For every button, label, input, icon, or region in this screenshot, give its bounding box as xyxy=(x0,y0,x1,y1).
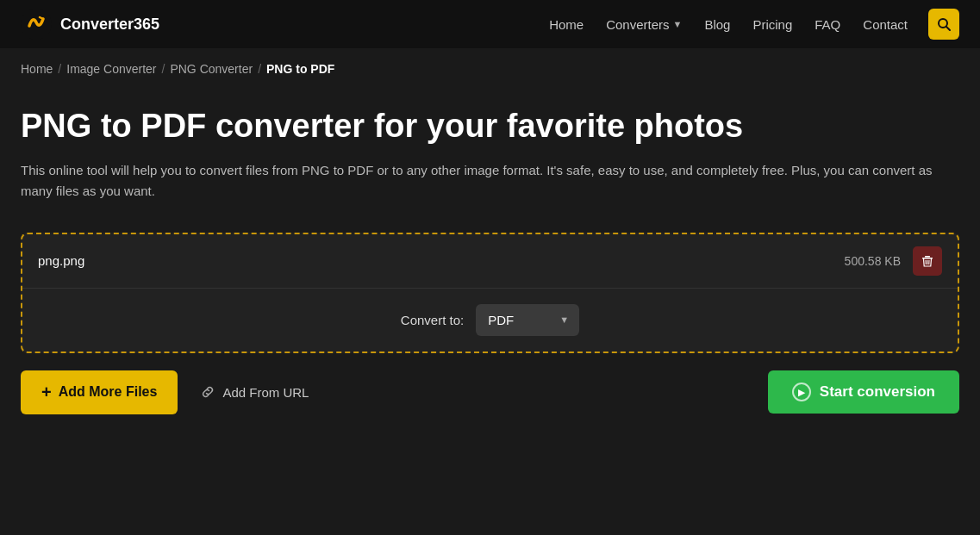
breadcrumb-sep-3: / xyxy=(258,62,261,76)
page-title: PNG to PDF converter for your favorite p… xyxy=(21,107,959,146)
breadcrumb-png-converter[interactable]: PNG Converter xyxy=(170,62,253,76)
nav-links: Home Converters ▼ Blog Pricing FAQ Conta… xyxy=(540,9,959,40)
convert-format-row: Convert to: PDF JPG JPEG PNG WEBP BMP GI… xyxy=(22,289,958,351)
breadcrumb-current: PNG to PDF xyxy=(266,62,334,76)
add-from-url-button[interactable]: Add From URL xyxy=(186,372,322,412)
file-row: png.png 500.58 KB xyxy=(22,234,958,289)
brand-name: Converter365 xyxy=(60,16,159,34)
format-select[interactable]: PDF JPG JPEG PNG WEBP BMP GIF TIFF xyxy=(476,304,579,336)
file-size: 500.58 KB xyxy=(845,254,901,268)
breadcrumb-home[interactable]: Home xyxy=(21,62,53,76)
file-meta: 500.58 KB xyxy=(845,246,942,276)
nav-pricing[interactable]: Pricing xyxy=(744,12,801,37)
search-button[interactable] xyxy=(928,9,959,40)
plus-icon: + xyxy=(41,383,52,402)
delete-file-button[interactable] xyxy=(913,246,942,276)
brand-link[interactable]: Converter365 xyxy=(21,9,159,40)
start-conversion-button[interactable]: ▶ Start conversion xyxy=(768,370,959,414)
nav-converters[interactable]: Converters ▼ xyxy=(597,12,690,37)
left-actions: + Add More Files Add From URL xyxy=(21,370,322,414)
converter-dropzone: png.png 500.58 KB Convert to: PDF JPG JP xyxy=(21,233,959,353)
breadcrumb-sep-2: / xyxy=(162,62,165,76)
breadcrumb: Home / Image Converter / PNG Converter /… xyxy=(0,48,980,90)
svg-rect-4 xyxy=(925,256,930,258)
convert-to-label: Convert to: xyxy=(401,313,464,327)
play-circle-icon: ▶ xyxy=(792,383,811,401)
trash-icon xyxy=(921,255,933,267)
hero-description: This online tool will help you to conver… xyxy=(21,160,952,202)
breadcrumb-image-converter[interactable]: Image Converter xyxy=(66,62,156,76)
search-icon xyxy=(937,17,951,31)
file-name: png.png xyxy=(38,253,84,268)
action-row: + Add More Files Add From URL ▶ Start co… xyxy=(21,370,959,414)
navbar: Converter365 Home Converters ▼ Blog Pric… xyxy=(0,0,980,48)
nav-home[interactable]: Home xyxy=(540,12,592,37)
add-more-files-button[interactable]: + Add More Files xyxy=(21,370,178,414)
nav-contact[interactable]: Contact xyxy=(854,12,916,37)
hero-section: PNG to PDF converter for your favorite p… xyxy=(0,90,980,215)
brand-logo-icon xyxy=(21,9,52,40)
svg-line-2 xyxy=(946,27,950,30)
format-select-wrapper: PDF JPG JPEG PNG WEBP BMP GIF TIFF xyxy=(476,304,579,336)
nav-blog[interactable]: Blog xyxy=(696,12,739,37)
nav-faq[interactable]: FAQ xyxy=(806,12,849,37)
link-icon xyxy=(200,384,215,400)
breadcrumb-sep-1: / xyxy=(58,62,61,76)
